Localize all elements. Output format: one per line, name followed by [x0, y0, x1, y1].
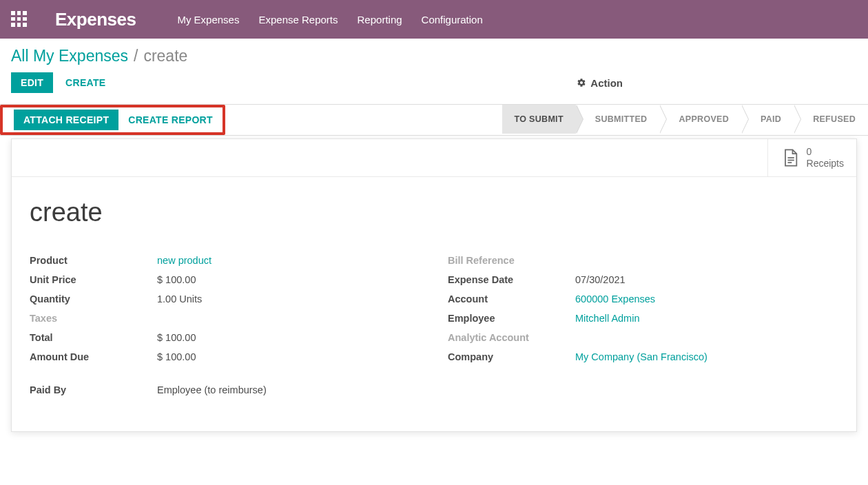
create-button[interactable]: CREATE: [65, 72, 105, 93]
right-column: Bill Reference Expense Date 07/30/2021 A…: [448, 255, 838, 404]
analytic-label: Analytic Account: [448, 332, 575, 343]
gear-icon: [577, 78, 586, 87]
taxes-label: Taxes: [30, 313, 157, 324]
paid-by-value: Employee (to reimburse): [157, 384, 267, 395]
breadcrumb-parent[interactable]: All My Expenses: [11, 47, 128, 65]
total-label: Total: [30, 332, 157, 343]
account-label: Account: [448, 293, 575, 305]
edit-button[interactable]: EDIT: [11, 72, 53, 93]
highlighted-buttons: ATTACH RECEIPT CREATE REPORT: [0, 105, 225, 135]
unit-price-value: $ 100.00: [157, 274, 196, 285]
left-column: Product new product Unit Price $ 100.00 …: [30, 255, 420, 404]
navbar: Expenses My Expenses Expense Reports Rep…: [0, 0, 868, 39]
brand-title[interactable]: Expenses: [55, 9, 136, 30]
breadcrumb-current: create: [143, 47, 187, 65]
action-dropdown[interactable]: Action: [577, 77, 857, 89]
page-icon: [781, 148, 800, 167]
amount-due-label: Amount Due: [30, 351, 157, 362]
product-label: Product: [30, 255, 157, 266]
quantity-value: 1.00 Units: [157, 293, 202, 305]
paid-by-label: Paid By: [30, 384, 157, 395]
stage-submitted[interactable]: SUBMITTED: [576, 105, 660, 134]
stage-approved[interactable]: APPROVED: [659, 105, 741, 134]
nav-reporting[interactable]: Reporting: [358, 14, 402, 25]
receipts-label: Receipts: [807, 158, 844, 169]
nav-configuration[interactable]: Configuration: [422, 14, 483, 25]
nav-my-expenses[interactable]: My Expenses: [177, 14, 239, 25]
quantity-label: Quantity: [30, 293, 157, 305]
company-value[interactable]: My Company (San Francisco): [575, 351, 707, 362]
statusbar: ATTACH RECEIPT CREATE REPORT TO SUBMIT S…: [0, 104, 868, 136]
receipts-count: 0: [807, 146, 844, 158]
apps-icon[interactable]: [11, 11, 28, 28]
record-title: create: [30, 198, 838, 227]
company-label: Company: [448, 351, 575, 362]
employee-value[interactable]: Mitchell Admin: [575, 313, 639, 324]
unit-price-label: Unit Price: [30, 274, 157, 285]
receipts-stat-button[interactable]: 0 Receipts: [767, 139, 856, 176]
breadcrumb: All My Expenses / create: [11, 47, 857, 65]
nav-menu: My Expenses Expense Reports Reporting Co…: [177, 14, 482, 25]
control-panel: All My Expenses / create EDIT CREATE Act…: [0, 39, 868, 104]
amount-due-value: $ 100.00: [157, 351, 196, 362]
status-stages: TO SUBMIT SUBMITTED APPROVED PAID REFUSE…: [502, 105, 868, 135]
stage-paid[interactable]: PAID: [741, 105, 794, 134]
create-report-button[interactable]: CREATE REPORT: [118, 110, 223, 130]
stage-refused[interactable]: REFUSED: [794, 105, 868, 134]
expense-date-label: Expense Date: [448, 274, 575, 285]
stage-to-submit[interactable]: TO SUBMIT: [502, 105, 576, 134]
employee-label: Employee: [448, 313, 575, 324]
attach-receipt-button[interactable]: ATTACH RECEIPT: [14, 110, 118, 130]
button-box: 0 Receipts: [12, 139, 856, 177]
bill-ref-label: Bill Reference: [448, 255, 575, 266]
account-value[interactable]: 600000 Expenses: [575, 293, 655, 305]
total-value: $ 100.00: [157, 332, 196, 343]
nav-expense-reports[interactable]: Expense Reports: [258, 14, 338, 25]
expense-date-value: 07/30/2021: [575, 274, 626, 285]
form-sheet: 0 Receipts create Product new product Un…: [11, 138, 857, 432]
breadcrumb-separator: /: [134, 47, 138, 65]
product-value[interactable]: new product: [157, 255, 211, 266]
action-label: Action: [590, 77, 623, 89]
